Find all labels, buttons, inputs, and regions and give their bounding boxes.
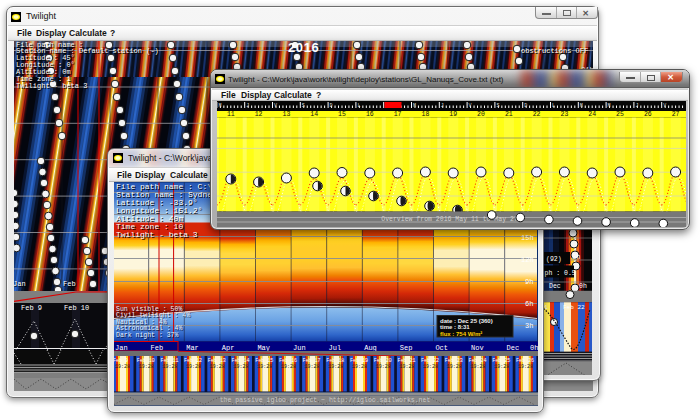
svg-text:19:28: 19:28 bbox=[257, 364, 272, 370]
svg-text:19:28: 19:28 bbox=[210, 364, 225, 370]
svg-text:19:28: 19:28 bbox=[352, 364, 367, 370]
svg-text:M: M bbox=[607, 103, 610, 109]
svg-text:19: 19 bbox=[449, 111, 457, 118]
svg-text:0h: 0h bbox=[530, 344, 538, 352]
svg-text:Aug: Aug bbox=[364, 344, 377, 352]
svg-text:M: M bbox=[413, 103, 416, 109]
svg-text:19:28: 19:28 bbox=[423, 364, 438, 370]
svg-text:13: 13 bbox=[282, 111, 290, 118]
svg-text:Feb 10: Feb 10 bbox=[64, 304, 89, 312]
svg-text:9h: 9h bbox=[525, 278, 533, 286]
svg-text:2016: 2016 bbox=[288, 41, 319, 55]
svg-text:19:28: 19:28 bbox=[399, 364, 414, 370]
svg-text:V: V bbox=[663, 103, 666, 109]
svg-text:the passive igloo project ~ ht: the passive igloo project ~ http://igloo… bbox=[220, 397, 431, 404]
svg-text:11: 11 bbox=[226, 111, 234, 118]
svg-text:date : Dec 25 (360): date : Dec 25 (360) bbox=[440, 318, 493, 324]
svg-text:25: 25 bbox=[616, 111, 624, 118]
svg-text:Oct: Oct bbox=[435, 344, 448, 352]
svg-text:Jun: Jun bbox=[293, 344, 306, 352]
svg-text:26: 26 bbox=[643, 111, 651, 118]
svg-text:Jan: Jan bbox=[115, 344, 128, 352]
svg-text:L: L bbox=[357, 103, 360, 109]
svg-text:D: D bbox=[329, 103, 332, 109]
svg-text:J: J bbox=[635, 103, 638, 109]
svg-text:Apr: Apr bbox=[222, 344, 235, 352]
svg-text:19:28: 19:28 bbox=[494, 364, 509, 370]
svg-text:time : 8:31: time : 8:31 bbox=[440, 324, 470, 330]
svg-text:19:28: 19:28 bbox=[328, 364, 343, 370]
svg-text:19:28: 19:28 bbox=[234, 364, 249, 370]
svg-text:27: 27 bbox=[671, 111, 679, 118]
svg-text:J: J bbox=[246, 103, 249, 109]
svg-text:Dec: Dec bbox=[549, 283, 561, 290]
svg-text:flux : 754 W/m²: flux : 754 W/m² bbox=[440, 331, 482, 337]
svg-text:Dec: Dec bbox=[507, 344, 520, 352]
svg-text:M: M bbox=[218, 103, 221, 109]
svg-text:19:28: 19:28 bbox=[518, 364, 533, 370]
svg-text:14: 14 bbox=[310, 111, 318, 118]
svg-text:V: V bbox=[274, 103, 277, 109]
svg-text:21: 21 bbox=[504, 111, 512, 118]
svg-text:20: 20 bbox=[477, 111, 485, 118]
svg-text:19:28: 19:28 bbox=[447, 364, 462, 370]
svg-text:Dark night : 37%: Dark night : 37% bbox=[116, 332, 179, 339]
svg-text:18: 18 bbox=[421, 111, 429, 118]
svg-text:6h: 6h bbox=[525, 300, 533, 308]
svg-text:23: 23 bbox=[560, 111, 568, 118]
svg-text:19:28: 19:28 bbox=[186, 364, 201, 370]
svg-text:Jul: Jul bbox=[329, 344, 342, 352]
svg-text:Feb: Feb bbox=[63, 280, 76, 288]
svg-text:12h: 12h bbox=[521, 256, 534, 264]
svg-text:D: D bbox=[524, 103, 527, 109]
svg-text:Feb 22: Feb 22 bbox=[563, 304, 585, 311]
svg-text:0h: 0h bbox=[579, 283, 587, 290]
svg-text:15: 15 bbox=[338, 111, 346, 118]
svg-text:19:28: 19:28 bbox=[115, 364, 130, 370]
svg-text:Feb: Feb bbox=[151, 344, 164, 352]
svg-text:1: 1 bbox=[544, 304, 548, 311]
svg-text:Sep: Sep bbox=[400, 344, 413, 352]
svg-text:3h: 3h bbox=[572, 253, 580, 261]
svg-text:3h: 3h bbox=[525, 322, 533, 330]
svg-text:M: M bbox=[579, 103, 582, 109]
svg-text:obstructions OFF: obstructions OFF bbox=[521, 47, 588, 55]
svg-text:19:28: 19:28 bbox=[471, 364, 486, 370]
svg-text:15h: 15h bbox=[521, 234, 534, 242]
svg-text:22: 22 bbox=[532, 111, 540, 118]
svg-text:24: 24 bbox=[588, 111, 596, 118]
svg-text:Jan: Jan bbox=[14, 280, 26, 288]
svg-text:S: S bbox=[496, 103, 499, 109]
svg-text:May: May bbox=[257, 344, 270, 352]
svg-text:V: V bbox=[468, 103, 471, 109]
svg-text:17: 17 bbox=[393, 111, 401, 118]
svg-text:16: 16 bbox=[365, 111, 373, 118]
svg-text:19:28: 19:28 bbox=[139, 364, 154, 370]
svg-text:(92): (92) bbox=[546, 256, 562, 263]
svg-text:Feb 9: Feb 9 bbox=[21, 304, 42, 312]
svg-text:S: S bbox=[301, 103, 304, 109]
svg-text:Twilight - beta 3: Twilight - beta 3 bbox=[16, 82, 87, 90]
svg-text:Twilight - beta 3: Twilight - beta 3 bbox=[116, 230, 198, 239]
svg-text:Nov: Nov bbox=[471, 344, 484, 352]
svg-text:L: L bbox=[552, 103, 555, 109]
svg-text:Overview from 2016 May 11 to M: Overview from 2016 May 11 to May 27 bbox=[381, 216, 518, 223]
svg-text:J: J bbox=[440, 103, 443, 109]
svg-text:19:28: 19:28 bbox=[281, 364, 296, 370]
svg-text:ph : 0.5: ph : 0.5 bbox=[545, 270, 576, 277]
svg-text:12: 12 bbox=[254, 111, 262, 118]
svg-text:19:28: 19:28 bbox=[162, 364, 177, 370]
svg-text:19:28: 19:28 bbox=[305, 364, 320, 370]
svg-text:Mar: Mar bbox=[186, 344, 199, 352]
svg-text:19:28: 19:28 bbox=[376, 364, 391, 370]
